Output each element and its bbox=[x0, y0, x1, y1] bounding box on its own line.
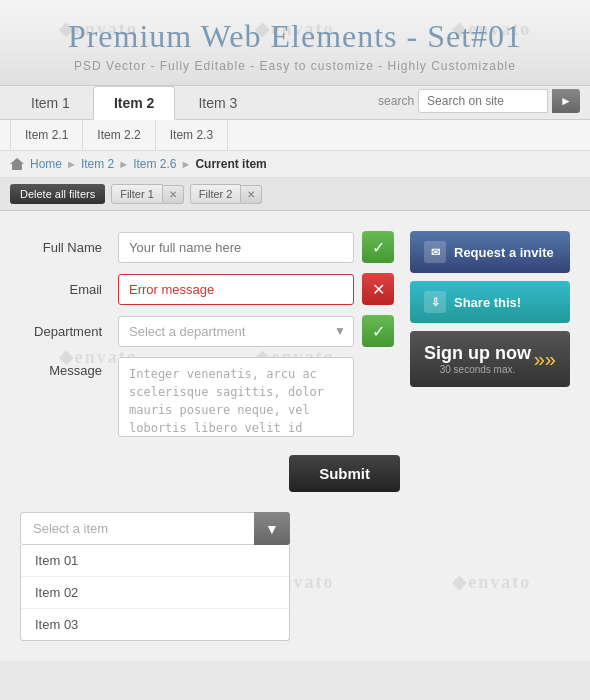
signup-arrows-icon: »» bbox=[534, 348, 556, 371]
page-title: Premium Web Elements - Set#01 bbox=[10, 18, 580, 55]
signup-text: Sign up now 30 seconds max. bbox=[424, 343, 531, 375]
submit-button[interactable]: Submit bbox=[289, 455, 400, 492]
search-button[interactable]: ► bbox=[552, 89, 580, 113]
email-label: Email bbox=[20, 282, 110, 297]
nav-tabs: Item 1 Item 2 Item 3 bbox=[10, 86, 378, 119]
nav-tabs-bar: Item 1 Item 2 Item 3 search ► bbox=[0, 86, 590, 120]
breadcrumb-sep-1: ► bbox=[66, 158, 77, 170]
filter-tag-2: Filter 2 ✕ bbox=[190, 184, 263, 204]
list-item-3[interactable]: Item 03 bbox=[21, 609, 289, 640]
share-icon: ⇩ bbox=[424, 291, 446, 313]
item-select[interactable]: Select a item Item 01 Item 02 Item 03 bbox=[20, 512, 290, 545]
delete-filters-button[interactable]: Delete all filters bbox=[10, 184, 105, 204]
signup-sub-label: 30 seconds max. bbox=[424, 364, 531, 375]
filter-tag-1: Filter 1 ✕ bbox=[111, 184, 184, 204]
nav-tab-item1[interactable]: Item 1 bbox=[10, 86, 91, 119]
sub-nav: Item 2.1 Item 2.2 Item 2.3 bbox=[0, 120, 590, 151]
breadcrumb-item26[interactable]: Item 2.6 bbox=[133, 157, 176, 171]
dropdown-list: Item 01 Item 02 Item 03 bbox=[20, 545, 290, 641]
filter-2-label: Filter 2 bbox=[190, 184, 242, 204]
breadcrumb-item2[interactable]: Item 2 bbox=[81, 157, 114, 171]
nav-search: search ► bbox=[378, 89, 580, 119]
nav-tab-item2[interactable]: Item 2 bbox=[93, 86, 175, 120]
bottom-section: ◆envato ◆envato ◆envato Select a item It… bbox=[0, 502, 590, 661]
breadcrumb-current: Current item bbox=[195, 157, 266, 171]
fullname-check: ✓ bbox=[362, 231, 394, 263]
subnav-item-2[interactable]: Item 2.2 bbox=[83, 120, 155, 150]
fullname-input[interactable] bbox=[118, 232, 354, 263]
item-select-wrapper: Select a item Item 01 Item 02 Item 03 ▼ bbox=[20, 512, 290, 545]
department-select[interactable]: Select a department bbox=[118, 316, 354, 347]
breadcrumb-home[interactable]: Home bbox=[30, 157, 62, 171]
submit-row: Submit bbox=[20, 447, 400, 492]
page-subtitle: PSD Vector - Fully Editable - Easy to cu… bbox=[10, 59, 580, 73]
list-item-1[interactable]: Item 01 bbox=[21, 545, 289, 577]
signup-button[interactable]: Sign up now 30 seconds max. »» bbox=[410, 331, 570, 387]
action-buttons: ✉ Request a invite ⇩ Share this! Sign up… bbox=[410, 231, 570, 492]
message-textarea[interactable]: Integer venenatis, arcu ac scelerisque s… bbox=[118, 357, 354, 437]
subnav-item-3[interactable]: Item 2.3 bbox=[156, 120, 228, 150]
breadcrumb-sep-3: ► bbox=[181, 158, 192, 170]
filter-1-label: Filter 1 bbox=[111, 184, 163, 204]
filter-1-close[interactable]: ✕ bbox=[163, 185, 184, 204]
breadcrumb-sep-2: ► bbox=[118, 158, 129, 170]
invite-label: Request a invite bbox=[454, 245, 554, 260]
filters-bar: Delete all filters Filter 1 ✕ Filter 2 ✕ bbox=[0, 178, 590, 211]
home-icon bbox=[10, 158, 24, 170]
share-label: Share this! bbox=[454, 295, 521, 310]
filter-2-close[interactable]: ✕ bbox=[241, 185, 262, 204]
breadcrumb: Home ► Item 2 ► Item 2.6 ► Current item bbox=[0, 151, 590, 178]
search-input[interactable] bbox=[418, 89, 548, 113]
department-select-wrapper: Select a department ▼ bbox=[118, 316, 354, 347]
nav-tab-item3[interactable]: Item 3 bbox=[177, 86, 258, 119]
email-check: ✕ bbox=[362, 273, 394, 305]
subnav-item-1[interactable]: Item 2.1 bbox=[10, 120, 83, 150]
search-label: search bbox=[378, 94, 414, 108]
invite-icon: ✉ bbox=[424, 241, 446, 263]
fullname-label: Full Name bbox=[20, 240, 110, 255]
email-input[interactable] bbox=[118, 274, 354, 305]
list-item-2[interactable]: Item 02 bbox=[21, 577, 289, 609]
form-section: ◆envato ◆envato ◆envato Full Name ✓ Emai… bbox=[0, 211, 590, 502]
department-label: Department bbox=[20, 324, 110, 339]
message-label: Message bbox=[20, 357, 110, 378]
share-button[interactable]: ⇩ Share this! bbox=[410, 281, 570, 323]
signup-main-label: Sign up now bbox=[424, 343, 531, 364]
header: ◆envato ◆envato ◆envato Premium Web Elem… bbox=[0, 0, 590, 86]
department-check: ✓ bbox=[362, 315, 394, 347]
invite-button[interactable]: ✉ Request a invite bbox=[410, 231, 570, 273]
